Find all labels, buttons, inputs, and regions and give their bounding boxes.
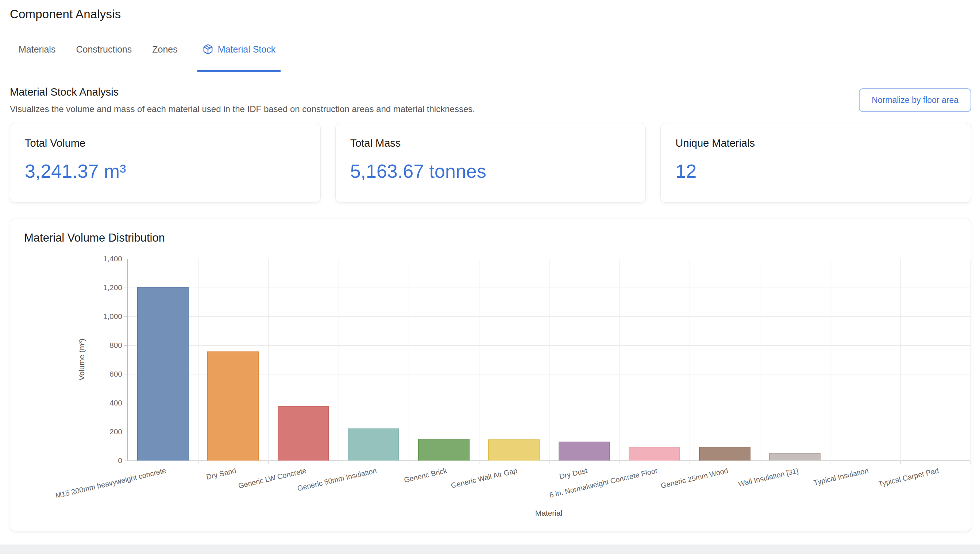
y-tick-mark [124, 374, 127, 374]
tab-materials[interactable]: Materials [18, 44, 56, 72]
y-tick-label: 1,200 [103, 283, 122, 292]
bar[interactable] [418, 439, 469, 460]
x-tick-mark [549, 461, 549, 464]
page-title: Component Analysis [10, 7, 971, 21]
x-tick-mark [339, 461, 339, 464]
y-tick-label: 800 [110, 341, 122, 350]
x-tick-label-text: M15 200mm heavyweight concrete [55, 466, 167, 500]
bar[interactable] [207, 352, 259, 460]
y-tick-label: 200 [110, 427, 122, 436]
x-tick-label-text: Generic 50mm Insulation [297, 466, 378, 493]
x-tick-mark [409, 461, 409, 464]
y-tick-label: 400 [110, 398, 122, 407]
x-tick-mark [268, 461, 269, 464]
bar[interactable] [699, 447, 751, 460]
plot-area: 02004006008001,0001,2001,400M15 200mm he… [127, 259, 970, 460]
component-analysis-page: Component Analysis Materials Constructio… [0, 0, 980, 554]
bar[interactable] [137, 287, 189, 460]
x-gridline [970, 259, 971, 460]
x-tick-mark [900, 461, 901, 464]
x-gridline [479, 259, 479, 460]
unique-materials-card: Unique Materials 12 [660, 123, 971, 202]
x-gridline [619, 259, 620, 460]
x-tick-label-text: Typical Insulation [813, 466, 869, 487]
x-tick-mark [128, 461, 128, 464]
total-mass-card: Total Mass 5,163.67 tonnes [335, 123, 646, 202]
x-tick-label-text: Dry Dust [558, 466, 588, 481]
stat-value: 3,241.37 m³ [25, 160, 306, 182]
bar[interactable] [769, 453, 821, 460]
stat-cards-row: Total Volume 3,241.37 m³ Total Mass 5,16… [10, 123, 971, 202]
bar[interactable] [558, 442, 610, 460]
material-volume-chart-card: Material Volume Distribution Volume (m³)… [10, 219, 971, 532]
tab-zones-label: Zones [152, 44, 177, 55]
tab-constructions-label: Constructions [76, 44, 132, 55]
x-tick-label-text: Typical Carpet Pad [878, 466, 940, 488]
stat-label: Unique Materials [675, 137, 956, 149]
y-tick-mark [124, 259, 127, 259]
x-tick-mark [690, 461, 690, 464]
tab-materials-label: Materials [19, 44, 56, 55]
section-header-text: Material Stock Analysis Visualizes the v… [10, 86, 475, 114]
x-tick-label-text: Generic Wall Air Gap [450, 466, 518, 490]
x-tick-mark [970, 461, 971, 464]
x-tick-mark [479, 461, 479, 464]
y-axis-title: Volume (m³) [77, 339, 86, 380]
x-tick-mark [619, 461, 620, 464]
section-title: Material Stock Analysis [10, 86, 475, 98]
tab-constructions[interactable]: Constructions [75, 44, 132, 72]
stat-value: 5,163.67 tonnes [350, 160, 631, 182]
x-tick-label-text: Dry Sand [206, 466, 237, 481]
y-tick-mark [124, 403, 127, 403]
x-gridline [198, 259, 199, 460]
tab-material-stock-label: Material Stock [218, 44, 275, 55]
y-tick-mark [124, 460, 127, 461]
tab-bar: Materials Constructions Zones Material S… [10, 44, 971, 72]
x-gridline [409, 259, 409, 460]
tab-material-stock[interactable]: Material Stock [197, 44, 281, 72]
x-gridline [690, 259, 690, 460]
package-icon [202, 44, 213, 55]
x-axis-title: Material [535, 509, 563, 517]
stat-value: 12 [675, 160, 956, 182]
total-volume-card: Total Volume 3,241.37 m³ [10, 123, 321, 202]
bar[interactable] [348, 428, 399, 460]
bar[interactable] [628, 447, 680, 460]
section-description: Visualizes the volume and mass of each m… [10, 104, 475, 114]
x-gridline [339, 259, 339, 460]
stat-label: Total Mass [350, 137, 631, 149]
y-tick-mark [124, 288, 127, 288]
y-tick-label: 1,000 [103, 312, 122, 321]
x-gridline [760, 259, 760, 460]
x-tick-label-text: Generic Brick [403, 466, 448, 484]
normalize-by-floor-area-button[interactable]: Normalize by floor area [859, 88, 971, 112]
x-gridline [549, 259, 549, 460]
x-tick-label-text: Generic 25mm Wood [660, 466, 729, 490]
x-tick-mark [760, 461, 760, 464]
x-tick-mark [198, 461, 199, 464]
x-gridline [900, 259, 901, 460]
x-gridline [268, 259, 269, 460]
tab-zones[interactable]: Zones [151, 44, 178, 72]
x-tick-mark [830, 461, 830, 464]
bar[interactable] [278, 406, 329, 460]
bar[interactable] [488, 439, 539, 460]
y-tick-label: 600 [110, 370, 122, 379]
x-gridline [830, 259, 830, 460]
y-tick-mark [124, 345, 127, 345]
chart-title: Material Volume Distribution [24, 231, 165, 245]
y-tick-label: 1,400 [103, 255, 122, 263]
y-tick-mark [124, 432, 127, 432]
y-tick-mark [124, 317, 127, 317]
page-background-strip [0, 544, 980, 554]
x-tick-label-text: Wall Insulation [31] [737, 466, 799, 488]
y-tick-label: 0 [118, 456, 122, 465]
stat-label: Total Volume [25, 137, 306, 149]
